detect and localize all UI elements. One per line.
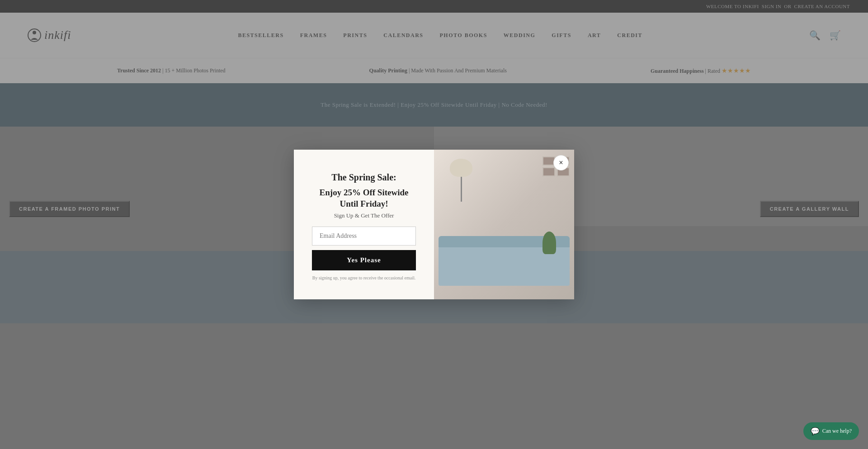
modal: × The Spring Sale: Enjoy 25% Off Sitewid…	[294, 150, 574, 299]
email-input[interactable]	[312, 227, 416, 246]
modal-subtitle: Enjoy 25% Off Sitewide Until Friday!	[312, 187, 416, 209]
living-room-image	[434, 150, 574, 299]
plant-decoration	[542, 232, 556, 254]
close-icon: ×	[559, 159, 563, 167]
chat-icon: 💬	[811, 427, 820, 435]
modal-close-button[interactable]: ×	[553, 155, 569, 170]
wall-frame-3	[542, 167, 555, 176]
lamp-shade	[450, 159, 472, 177]
modal-right-image	[434, 150, 574, 299]
modal-overlay[interactable]: × The Spring Sale: Enjoy 25% Off Sitewid…	[0, 0, 868, 449]
chat-widget[interactable]: 💬 Can we help?	[803, 422, 859, 440]
chat-label: Can we help?	[822, 428, 852, 435]
lamp-pole	[461, 177, 462, 202]
modal-left: The Spring Sale: Enjoy 25% Off Sitewide …	[294, 150, 434, 299]
modal-disclaimer: By signing up, you agree to receive the …	[312, 275, 416, 281]
modal-signup-text: Sign Up & Get The Offer	[334, 212, 394, 219]
submit-button[interactable]: Yes Please	[312, 250, 416, 270]
modal-title: The Spring Sale:	[331, 172, 396, 183]
lamp-decoration	[448, 159, 475, 204]
